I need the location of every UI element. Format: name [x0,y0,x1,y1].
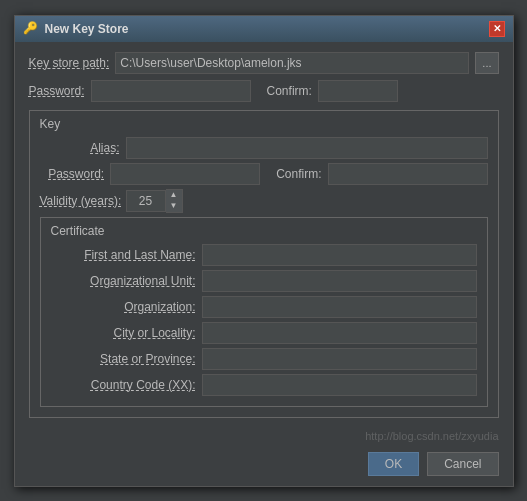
close-button[interactable]: ✕ [489,21,505,37]
state-label: State or Province: [51,352,196,366]
spinner-down-button[interactable]: ▼ [166,201,182,212]
key-confirm-label: Confirm: [276,167,321,181]
validity-spinner: ▲ ▼ [126,189,183,213]
country-label: Country Code (XX): [51,378,196,392]
alias-label: Alias: [40,141,120,155]
certificate-group-label: Certificate [51,224,477,238]
browse-button[interactable]: ... [475,52,498,74]
title-bar: 🔑 New Key Store ✕ [15,16,513,42]
org-input[interactable] [202,296,477,318]
city-input[interactable] [202,322,477,344]
first-last-name-label: First and Last Name: [51,248,196,262]
alias-row: Alias: [40,137,488,159]
state-row: State or Province: [51,348,477,370]
keystore-path-row: Key store path: ... [29,52,499,74]
first-last-name-input[interactable] [202,244,477,266]
city-row: City or Locality: [51,322,477,344]
new-key-store-dialog: 🔑 New Key Store ✕ Key store path: ... Pa… [14,15,514,487]
first-last-name-row: First and Last Name: [51,244,477,266]
title-bar-left: 🔑 New Key Store [23,21,129,37]
alias-input[interactable] [126,137,488,159]
org-unit-label: Organizational Unit: [51,274,196,288]
org-row: Organization: [51,296,477,318]
key-password-row: Password: Confirm: [40,163,488,185]
key-password-input[interactable] [110,163,260,185]
dialog-body: Key store path: ... Password: Confirm: K… [15,42,513,428]
spinner-buttons: ▲ ▼ [166,189,183,213]
keystore-path-input[interactable] [115,52,469,74]
certificate-group: Certificate First and Last Name: Organiz… [40,217,488,407]
dialog-title: New Key Store [45,22,129,36]
dialog-footer: OK Cancel [15,446,513,486]
validity-row: Validity (years): ▲ ▼ [40,189,488,213]
validity-label: Validity (years): [40,194,120,208]
cancel-button[interactable]: Cancel [427,452,498,476]
state-input[interactable] [202,348,477,370]
key-password-label: Password: [40,167,105,181]
validity-input[interactable] [126,190,166,212]
top-password-row: Password: Confirm: [29,80,499,102]
org-unit-row: Organizational Unit: [51,270,477,292]
top-password-input[interactable] [91,80,251,102]
country-row: Country Code (XX): [51,374,477,396]
key-group-label: Key [40,117,488,131]
top-password-label: Password: [29,84,85,98]
country-input[interactable] [202,374,477,396]
top-confirm-label: Confirm: [267,84,312,98]
top-confirm-input[interactable] [318,80,398,102]
ok-button[interactable]: OK [368,452,419,476]
watermark: http://blog.csdn.net/zxyudia [15,428,513,446]
org-unit-input[interactable] [202,270,477,292]
keystore-path-label: Key store path: [29,56,110,70]
spinner-up-button[interactable]: ▲ [166,190,182,201]
org-label: Organization: [51,300,196,314]
key-group: Key Alias: Password: Confirm: Validity (… [29,110,499,418]
city-label: City or Locality: [51,326,196,340]
key-confirm-input[interactable] [328,163,488,185]
dialog-icon: 🔑 [23,21,39,37]
